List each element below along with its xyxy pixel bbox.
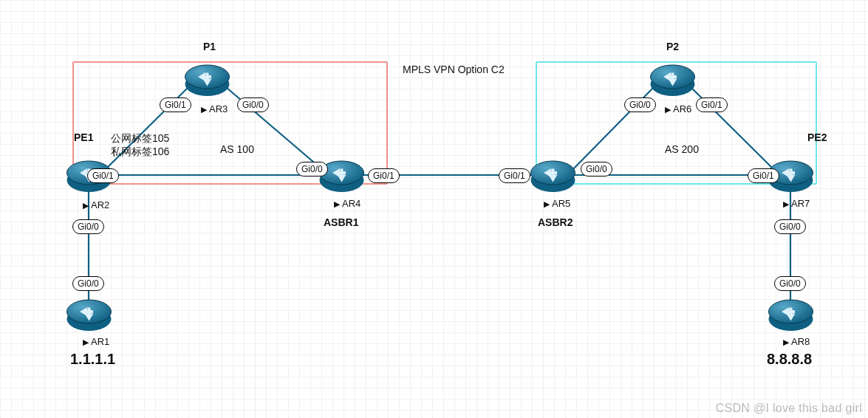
router-name-ar1: AR1: [83, 336, 109, 347]
note-private-label: 私网标签106: [111, 145, 169, 159]
as100-label: AS 100: [220, 143, 254, 155]
router-icon: [183, 61, 231, 99]
port-ar6-g01: Gi0/1: [696, 97, 728, 112]
diagram-title: MPLS VPN Option C2: [403, 64, 505, 75]
port-ar7-g01: Gi0/1: [748, 168, 779, 183]
watermark: CSDN @I love this bad girl: [716, 402, 862, 415]
as200-label: AS 200: [665, 143, 699, 155]
port-ar1-g00: Gi0/0: [72, 276, 104, 291]
router-name-ar6: AR6: [665, 103, 691, 114]
role-pe2: PE2: [807, 131, 827, 143]
role-asbr2: ASBR2: [538, 216, 573, 228]
port-ar5-g01: Gi0/1: [499, 168, 530, 183]
router-icon: [649, 61, 697, 99]
port-ar2-g00: Gi0/0: [72, 219, 104, 234]
note-public-label: 公网标签105: [111, 132, 169, 145]
router-name-ar7: AR7: [783, 198, 810, 209]
router-name-ar4: AR4: [334, 198, 360, 209]
ip-ar8: 8.8.8.8: [767, 351, 812, 368]
router-icon: [65, 295, 113, 334]
port-ar7-g00: Gi0/0: [774, 219, 806, 234]
port-ar4-g00: Gi0/0: [296, 162, 328, 177]
role-p1: P1: [203, 41, 216, 52]
port-ar5-g00: Gi0/0: [581, 162, 612, 177]
router-name-ar8: AR8: [783, 336, 810, 347]
role-pe1: PE1: [74, 131, 93, 143]
port-ar6-g00: Gi0/0: [624, 97, 656, 112]
router-icon: [529, 157, 577, 195]
port-ar4-g01: Gi0/1: [368, 168, 400, 183]
role-p2: P2: [666, 41, 679, 52]
ip-ar1: 1.1.1.1: [70, 351, 115, 368]
role-asbr1: ASBR1: [324, 216, 358, 228]
port-ar2-g01: Gi0/1: [87, 168, 119, 183]
port-ar3-g01: Gi0/1: [160, 97, 191, 112]
router-icon: [318, 157, 366, 195]
port-ar8-g00: Gi0/0: [774, 276, 806, 291]
router-name-ar5: AR5: [544, 198, 570, 209]
router-icon: [767, 295, 815, 334]
router-name-ar3: AR3: [201, 103, 228, 114]
router-name-ar2: AR2: [83, 199, 109, 210]
port-ar3-g00: Gi0/0: [237, 97, 269, 112]
